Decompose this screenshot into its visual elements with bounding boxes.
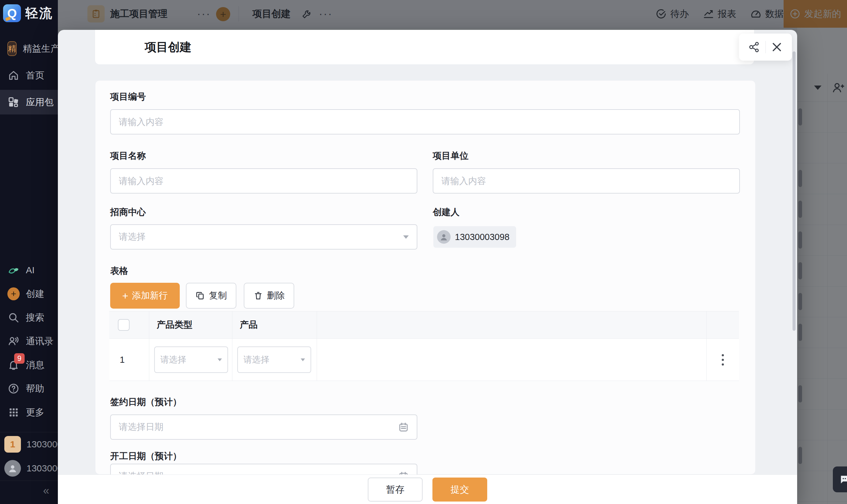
pill-divider bbox=[765, 41, 766, 53]
center-select-placeholder: 请选择 bbox=[119, 231, 146, 243]
create-plus-icon: + bbox=[7, 288, 20, 300]
workspace-badge: 1 bbox=[4, 436, 21, 453]
logo-text: 轻流 bbox=[25, 5, 53, 22]
row-index-cell: 1 bbox=[109, 339, 149, 381]
help-icon bbox=[7, 382, 20, 395]
left-sidebar: Q 轻流 精 精益生产 首页 应用包 bbox=[0, 0, 58, 504]
row-index: 1 bbox=[109, 355, 125, 365]
save-draft-button[interactable]: 暂存 bbox=[368, 478, 422, 502]
account-workspace-item[interactable]: 1 130300030 bbox=[0, 433, 58, 456]
sidebar-item-messages[interactable]: 9 消息 bbox=[0, 353, 58, 377]
project-create-modal: 项目创建 项目编号 项目名称 项目单位 bbox=[58, 30, 797, 504]
start-date-label: 开工日期（预计） bbox=[110, 450, 182, 463]
header-product: 产品 bbox=[232, 311, 317, 339]
sidebar-item-search[interactable]: 搜索 bbox=[0, 305, 58, 330]
qingflow-logo[interactable]: Q 轻流 bbox=[3, 4, 53, 22]
select-caret-icon bbox=[301, 358, 305, 361]
sign-date-placeholder: 请选择日期 bbox=[119, 421, 163, 433]
message-count-badge: 9 bbox=[14, 353, 24, 364]
project-unit-label: 项目单位 bbox=[433, 150, 468, 162]
project-name-input[interactable] bbox=[110, 168, 417, 194]
center-select[interactable]: 请选择 bbox=[110, 224, 417, 250]
share-icon[interactable] bbox=[748, 41, 760, 53]
submit-button[interactable]: 提交 bbox=[432, 478, 487, 502]
apps-icon bbox=[7, 96, 20, 108]
row-menu-kebab-icon[interactable] bbox=[722, 354, 724, 365]
trash-icon bbox=[253, 291, 263, 301]
modal-header: 项目创建 bbox=[95, 30, 754, 64]
product-select[interactable]: 请选择 bbox=[237, 346, 311, 373]
row-empty-cell bbox=[317, 339, 707, 381]
sidebar-item-contacts[interactable]: 通讯录 bbox=[0, 329, 58, 354]
add-row-button[interactable]: + 添加新行 bbox=[110, 283, 180, 309]
sidebar-divider bbox=[0, 481, 58, 481]
avatar bbox=[4, 460, 21, 476]
project-name-field-wrap bbox=[110, 168, 417, 194]
account-user-item[interactable]: 130300030 bbox=[0, 456, 58, 480]
subtable-label: 表格 bbox=[110, 265, 128, 277]
copy-icon bbox=[195, 291, 205, 301]
screen: 施工项目管理 ··· + 项目创建 ··· 待办 bbox=[0, 0, 847, 504]
row-product-type-cell: 请选择 bbox=[149, 339, 232, 381]
creator-chip: 13030003098 bbox=[433, 226, 516, 248]
search-icon bbox=[7, 311, 20, 324]
project-no-input[interactable] bbox=[110, 109, 740, 134]
sidebar-item-more[interactable]: 更多 bbox=[0, 400, 58, 425]
header-actions bbox=[707, 311, 739, 339]
subtable-row: 1 请选择 请选择 bbox=[109, 339, 739, 381]
modal-actions-pill bbox=[739, 34, 792, 60]
select-caret-icon bbox=[218, 358, 222, 361]
sidebar-item-ai[interactable]: AI bbox=[0, 258, 58, 283]
chat-widget[interactable] bbox=[833, 466, 847, 492]
creator-label: 创建人 bbox=[433, 206, 459, 218]
chat-bubble-icon bbox=[839, 473, 847, 486]
header-product-type: 产品类型 bbox=[149, 311, 232, 339]
calendar-icon bbox=[398, 422, 409, 432]
select-all-checkbox[interactable] bbox=[118, 319, 130, 331]
sidebar-divider bbox=[0, 432, 58, 432]
project-no-label: 项目编号 bbox=[110, 91, 146, 103]
more-grid-icon bbox=[7, 406, 20, 418]
sidebar-item-create[interactable]: + 创建 bbox=[0, 282, 58, 306]
project-unit-field-wrap bbox=[433, 168, 740, 194]
copy-button[interactable]: 复制 bbox=[186, 283, 236, 309]
creator-avatar-icon bbox=[437, 230, 451, 244]
sidebar-item-lean-production[interactable]: 精 精益生产 bbox=[0, 36, 58, 61]
sign-date-input[interactable]: 请选择日期 bbox=[110, 414, 417, 440]
ai-leaf-icon bbox=[7, 264, 20, 276]
header-checkbox-cell bbox=[109, 311, 149, 339]
select-caret-icon bbox=[403, 235, 409, 239]
center-label: 招商中心 bbox=[110, 206, 146, 218]
modal-footer: 暂存 提交 bbox=[58, 474, 797, 504]
subtable: 产品类型 产品 1 请选择 bbox=[109, 311, 739, 381]
product-type-select[interactable]: 请选择 bbox=[154, 346, 228, 373]
subtable-header: 产品类型 产品 bbox=[109, 311, 739, 339]
sidebar-item-home[interactable]: 首页 bbox=[0, 63, 58, 88]
creator-value: 13030003098 bbox=[455, 232, 509, 242]
close-icon[interactable] bbox=[771, 41, 783, 53]
project-name-label: 项目名称 bbox=[110, 150, 146, 162]
project-no-field-wrap bbox=[110, 109, 740, 134]
lean-production-badge-icon: 精 bbox=[7, 41, 17, 56]
modal-scrollbar[interactable] bbox=[793, 51, 796, 331]
row-actions-cell bbox=[707, 339, 739, 381]
delete-button[interactable]: 删除 bbox=[244, 283, 294, 309]
sidebar-item-app-package[interactable]: 应用包 bbox=[0, 90, 58, 114]
collapse-sidebar-icon[interactable]: « bbox=[43, 484, 49, 497]
project-unit-input[interactable] bbox=[433, 168, 740, 194]
modal-title: 项目创建 bbox=[145, 30, 192, 64]
plus-icon: + bbox=[122, 290, 128, 301]
row-product-cell: 请选择 bbox=[232, 339, 317, 381]
sidebar-item-help[interactable]: 帮助 bbox=[0, 376, 58, 401]
header-empty bbox=[317, 311, 707, 339]
contacts-icon bbox=[7, 335, 20, 347]
sign-date-label: 签约日期（预计） bbox=[110, 396, 182, 408]
bell-icon: 9 bbox=[7, 359, 20, 371]
home-icon bbox=[7, 69, 20, 82]
logo-q-mark: Q bbox=[3, 4, 21, 22]
